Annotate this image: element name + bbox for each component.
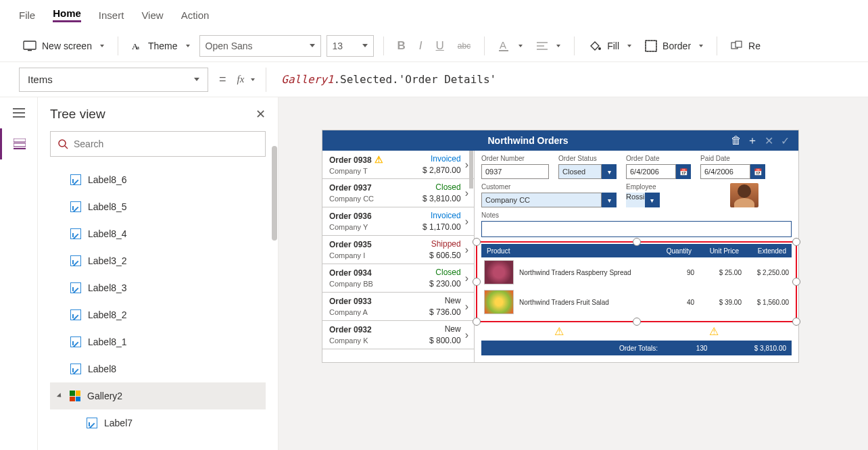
trash-icon[interactable]: 🗑	[728, 134, 744, 147]
fill-button[interactable]: Fill	[584, 37, 635, 55]
employee-select[interactable]: Rossi	[626, 193, 645, 207]
menu-home[interactable]: Home	[53, 7, 81, 22]
chevron-down-icon	[100, 45, 104, 47]
resize-handle[interactable]	[473, 318, 481, 326]
property-select[interactable]: Items	[19, 68, 208, 92]
svg-rect-5	[499, 50, 508, 51]
svg-point-9	[598, 47, 601, 50]
tree-item-label: Label8_3	[88, 282, 127, 293]
formula-object: Gallery1	[281, 73, 333, 86]
order-row[interactable]: Order 0937Company CC Closed$ 3,810.00 ›	[322, 179, 474, 207]
fill-icon	[588, 40, 602, 52]
formula-bar[interactable]: Gallery1.Selected.'Order Details'	[277, 73, 849, 86]
grid-row[interactable]: Northwind Traders Raspberry Spread 90 $ …	[481, 257, 792, 287]
order-date-field[interactable]: 6/4/2006	[626, 164, 676, 179]
order-row[interactable]: Order 0933Company A New$ 736.00 ›	[322, 293, 474, 321]
font-select[interactable]: Open Sans	[199, 35, 321, 57]
product-price: $ 39.00	[694, 299, 742, 306]
add-icon[interactable]: ＋	[744, 134, 761, 148]
font-size-value: 13	[333, 41, 343, 51]
tree-view-rail-button[interactable]	[0, 128, 37, 159]
tree-item[interactable]: Label8_1	[50, 328, 266, 355]
resize-handle[interactable]	[473, 278, 481, 286]
chevron-down-icon	[362, 44, 368, 47]
cancel-icon[interactable]: ✕	[761, 134, 777, 147]
calendar-button[interactable]: 📅	[676, 164, 691, 179]
chevron-right-icon: ›	[465, 187, 468, 199]
tree-item[interactable]: Label3_2	[50, 247, 266, 274]
close-pane-button[interactable]: ✕	[256, 107, 266, 122]
selected-gallery[interactable]: Product Quantity Unit Price Extended Nor…	[476, 241, 797, 322]
totals-qty: 130	[678, 345, 725, 352]
tree-item-label: Label7	[104, 418, 132, 428]
tree-item-selected[interactable]: Gallery2	[50, 382, 266, 409]
fx-button[interactable]: fx	[237, 74, 256, 85]
field-label: Order Number	[481, 155, 549, 162]
svg-rect-1	[28, 50, 32, 51]
resize-handle[interactable]	[792, 238, 800, 246]
tree-item[interactable]: Label8_3	[50, 274, 266, 301]
order-row[interactable]: Order 0938⚠Company T Invoiced$ 2,870.00 …	[322, 151, 474, 179]
resize-handle[interactable]	[633, 318, 641, 326]
field-label: Order Status	[558, 155, 617, 162]
product-image	[484, 260, 514, 284]
order-row[interactable]: Order 0936Company Y Invoiced$ 1,170.00 ›	[322, 207, 474, 236]
tree-item[interactable]: Label7	[50, 409, 266, 436]
tree-item[interactable]: Label8_4	[50, 220, 266, 247]
paid-date-field[interactable]: 6/4/2006	[700, 164, 750, 179]
product-ext: $ 1,560.00	[742, 299, 789, 306]
tree-item[interactable]: Label8_5	[50, 193, 266, 220]
equals-sign: =	[219, 72, 226, 86]
tree-item[interactable]: Label8_6	[50, 166, 266, 193]
canvas: Northwind Orders 🗑 ＋ ✕ ✓ Order 0938⚠Comp…	[279, 97, 868, 450]
label-icon	[70, 174, 81, 185]
label-icon	[70, 255, 81, 266]
grid-row[interactable]: Northwind Traders Fruit Salad 40 $ 39.00…	[481, 287, 792, 317]
bold-button[interactable]: B	[393, 36, 410, 55]
tree-item[interactable]: Label8_2	[50, 301, 266, 328]
grid-header-label: Quantity	[644, 247, 692, 255]
tree-search[interactable]	[50, 131, 266, 157]
hamburger-button[interactable]	[0, 97, 37, 128]
underline-button[interactable]: U	[432, 36, 448, 55]
strike-button[interactable]: abc	[454, 39, 475, 53]
tree-search-input[interactable]	[74, 139, 258, 149]
notes-field[interactable]	[481, 221, 792, 237]
confirm-icon[interactable]: ✓	[777, 134, 793, 147]
order-status-select[interactable]: Closed	[558, 164, 602, 179]
resize-handle[interactable]	[633, 238, 641, 246]
menu-file[interactable]: File	[19, 9, 35, 21]
tree-item[interactable]: Label8	[50, 355, 266, 382]
grid-header-label: Extended	[739, 247, 786, 255]
theme-button[interactable]: Aa Theme	[128, 38, 194, 54]
product-price: $ 25.00	[694, 269, 742, 276]
menu-action[interactable]: Action	[181, 9, 210, 21]
new-screen-button[interactable]: New screen	[19, 38, 108, 54]
order-row[interactable]: Order 0934Company BB Closed$ 230.00 ›	[322, 264, 474, 293]
tree-title: Tree view	[50, 107, 105, 122]
dropdown-button[interactable]: ▾	[602, 164, 617, 179]
font-color-button[interactable]: A	[494, 37, 527, 55]
resize-handle[interactable]	[792, 278, 800, 286]
customer-select[interactable]: Company CC	[481, 193, 602, 207]
warning-icon: ⚠	[554, 325, 564, 338]
tree-scrollbar[interactable]	[272, 146, 277, 241]
italic-button[interactable]: I	[415, 36, 427, 55]
resize-handle[interactable]	[792, 318, 800, 326]
order-number-field[interactable]: 0937	[481, 164, 549, 179]
reorder-button[interactable]: Re	[727, 38, 765, 54]
expand-icon[interactable]	[57, 393, 63, 399]
order-row[interactable]: Order 0935Company I Shipped$ 606.50 ›	[322, 236, 474, 264]
property-row: Items = fx Gallery1.Selected.'Order Deta…	[0, 62, 868, 97]
menu-insert[interactable]: Insert	[99, 9, 124, 21]
resize-handle[interactable]	[473, 238, 481, 246]
calendar-button[interactable]: 📅	[750, 164, 765, 179]
product-qty: 40	[647, 299, 694, 306]
dropdown-button[interactable]: ▾	[645, 193, 660, 207]
border-button[interactable]: Border	[641, 37, 707, 55]
menu-view[interactable]: View	[141, 9, 163, 21]
dropdown-button[interactable]: ▾	[602, 193, 617, 207]
order-row[interactable]: Order 0932Company K New$ 800.00 ›	[322, 321, 474, 349]
font-size-select[interactable]: 13	[327, 35, 374, 57]
align-button[interactable]	[532, 39, 564, 53]
